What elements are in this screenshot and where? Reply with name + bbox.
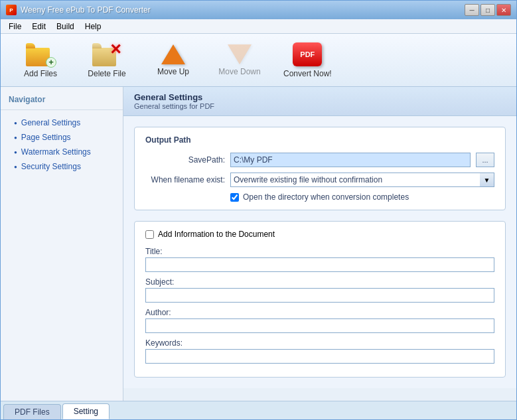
add-files-button[interactable]: + Add Files bbox=[7, 37, 74, 84]
subject-input[interactable] bbox=[145, 288, 494, 303]
bullet-watermark: ● bbox=[14, 149, 17, 155]
move-down-button[interactable]: Move Down bbox=[206, 37, 273, 84]
delete-file-icon: ✕ bbox=[92, 42, 121, 66]
sidebar-item-security[interactable]: ● Security Settings bbox=[1, 159, 123, 174]
sidebar-label-watermark: Watermark Settings bbox=[21, 147, 91, 157]
subject-label: Subject: bbox=[145, 277, 494, 287]
titlebar-left: P Weeny Free ePub To PDF Converter bbox=[6, 5, 151, 15]
content-subtitle: General settings for PDF bbox=[134, 102, 506, 110]
titlebar: P Weeny Free ePub To PDF Converter ─ □ ✕ bbox=[1, 1, 516, 19]
menubar: File Edit Build Help bbox=[1, 19, 516, 34]
sidebar-label-general: General Settings bbox=[21, 118, 80, 127]
output-path-section: Output Path SavePath: ... When filename … bbox=[134, 127, 506, 210]
when-filename-dropdown-wrapper: Overwrite existing file without confirma… bbox=[230, 173, 494, 187]
author-input[interactable] bbox=[145, 318, 494, 333]
keywords-field-group: Keywords: bbox=[145, 338, 494, 364]
titlebar-buttons: ─ □ ✕ bbox=[465, 4, 511, 16]
save-path-input[interactable] bbox=[230, 153, 471, 167]
menu-help[interactable]: Help bbox=[80, 21, 107, 33]
author-label: Author: bbox=[145, 308, 494, 317]
when-filename-label: When filename exist: bbox=[145, 175, 225, 184]
title-label: Title: bbox=[145, 247, 494, 256]
move-down-icon bbox=[228, 44, 252, 64]
convert-now-icon: PDF bbox=[293, 42, 322, 66]
add-files-icon: + bbox=[26, 42, 55, 66]
title-field-group: Title: bbox=[145, 247, 494, 272]
convert-now-label: Convert Now! bbox=[283, 69, 332, 78]
when-filename-dropdown[interactable]: Overwrite existing file without confirma… bbox=[230, 173, 494, 187]
open-dir-checkbox[interactable] bbox=[230, 193, 239, 202]
move-up-icon bbox=[161, 44, 185, 64]
keywords-label: Keywords: bbox=[145, 338, 494, 348]
when-filename-row: When filename exist: Overwrite existing … bbox=[145, 173, 494, 187]
doc-info-checkbox[interactable] bbox=[145, 230, 154, 239]
tab-setting[interactable]: Setting bbox=[62, 403, 110, 419]
content-header: General Settings General settings for PD… bbox=[123, 87, 516, 116]
keywords-input[interactable] bbox=[145, 349, 494, 364]
bottom-tabs: PDF Files Setting bbox=[1, 401, 516, 419]
close-button[interactable]: ✕ bbox=[496, 4, 511, 16]
author-field-group: Author: bbox=[145, 308, 494, 333]
move-up-label: Move Up bbox=[157, 67, 189, 76]
output-path-title: Output Path bbox=[145, 135, 494, 145]
save-path-row: SavePath: ... bbox=[145, 153, 494, 167]
save-path-label: SavePath: bbox=[145, 155, 225, 165]
menu-build[interactable]: Build bbox=[51, 21, 80, 33]
app-icon: P bbox=[6, 5, 17, 15]
open-dir-label: Open the directory when conversion compl… bbox=[243, 192, 409, 202]
add-files-label: Add Files bbox=[24, 69, 57, 78]
content-panel: General Settings General settings for PD… bbox=[123, 87, 516, 401]
bullet-general: ● bbox=[14, 120, 17, 126]
menu-edit[interactable]: Edit bbox=[27, 21, 51, 33]
title-input[interactable] bbox=[145, 257, 494, 272]
tab-pdf-files[interactable]: PDF Files bbox=[3, 404, 61, 419]
content-title: General Settings bbox=[134, 92, 506, 102]
move-down-label: Move Down bbox=[218, 67, 260, 76]
maximize-button[interactable]: □ bbox=[480, 4, 495, 16]
doc-info-section: Add Information to the Document Title: S… bbox=[134, 221, 506, 378]
bullet-page: ● bbox=[14, 135, 17, 141]
sidebar-item-general[interactable]: ● General Settings bbox=[1, 115, 123, 130]
doc-info-label: Add Information to the Document bbox=[158, 230, 275, 239]
sidebar-label-security: Security Settings bbox=[21, 162, 81, 171]
delete-file-label: Delete File bbox=[88, 69, 125, 78]
toolbar: + Add Files ✕ Delete File Move Up Move D… bbox=[1, 34, 516, 87]
move-up-button[interactable]: Move Up bbox=[140, 37, 206, 84]
main-window: P Weeny Free ePub To PDF Converter ─ □ ✕… bbox=[0, 0, 517, 420]
window-title: Weeny Free ePub To PDF Converter bbox=[21, 5, 151, 15]
doc-info-header: Add Information to the Document bbox=[145, 230, 494, 239]
open-dir-row: Open the directory when conversion compl… bbox=[230, 192, 494, 202]
minimize-button[interactable]: ─ bbox=[465, 4, 479, 16]
menu-file[interactable]: File bbox=[3, 21, 27, 33]
subject-field-group: Subject: bbox=[145, 277, 494, 303]
bullet-security: ● bbox=[14, 164, 17, 170]
sidebar-item-page[interactable]: ● Page Settings bbox=[1, 130, 123, 145]
sidebar-item-watermark[interactable]: ● Watermark Settings bbox=[1, 145, 123, 159]
delete-file-button[interactable]: ✕ Delete File bbox=[74, 37, 140, 84]
main-area: Navigator ● General Settings ● Page Sett… bbox=[1, 87, 516, 401]
convert-now-button[interactable]: PDF Convert Now! bbox=[273, 37, 342, 84]
navigator-title: Navigator bbox=[1, 92, 123, 110]
content-body: Output Path SavePath: ... When filename … bbox=[123, 116, 516, 388]
sidebar-label-page: Page Settings bbox=[21, 133, 71, 142]
sidebar: Navigator ● General Settings ● Page Sett… bbox=[1, 87, 123, 401]
browse-button[interactable]: ... bbox=[476, 153, 494, 167]
